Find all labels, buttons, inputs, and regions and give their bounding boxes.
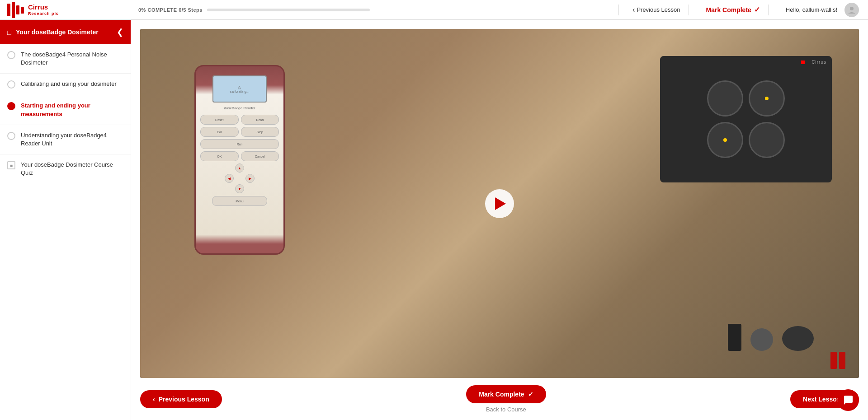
- separator3: [768, 5, 769, 15]
- dosimeter-tray: Cirrus: [660, 56, 832, 182]
- sidebar-header[interactable]: □ Your doseBadge Dosimeter ❮: [0, 20, 131, 44]
- dpad-up: ▲: [235, 163, 244, 173]
- accessory-foam: [782, 326, 814, 351]
- device-btn-read: Read: [241, 115, 279, 125]
- svg-rect-1: [12, 2, 15, 18]
- sidebar-header-title: □ Your doseBadge Dosimeter: [7, 28, 99, 36]
- top-bar-actions: ‹ Previous Lesson Mark Complete ✓ Hello,…: [623, 3, 868, 17]
- avatar-icon: [847, 5, 856, 14]
- pause-bar-2: [839, 352, 845, 369]
- device-buttons: Reset Read Cal Stop Run OK Cancel: [200, 115, 279, 161]
- play-button[interactable]: [485, 189, 514, 218]
- dpad-left: ◀: [225, 174, 234, 183]
- device-btn-reset: Reset: [200, 115, 239, 125]
- user-avatar: [844, 3, 859, 17]
- video-background: △ calibrating... doseBadge Reader Reset …: [140, 29, 859, 378]
- device-btn-menu: Menu: [212, 196, 267, 206]
- svg-rect-2: [16, 5, 19, 14]
- device-btn-ok: OK: [200, 151, 239, 161]
- chat-icon: [843, 395, 854, 406]
- sidebar-item-circle-4: [7, 132, 15, 140]
- user-greeting: Hello, callum-wallis!: [786, 6, 837, 13]
- sidebar-item-1[interactable]: The doseBadge4 Personal Noise Dosimeter: [0, 44, 131, 74]
- sidebar-collapse-button[interactable]: ❮: [117, 27, 123, 37]
- sidebar-item-circle-3: [7, 102, 15, 110]
- brand-name: Cirrus: [28, 4, 59, 11]
- sidebar: □ Your doseBadge Dosimeter ❮ The doseBad…: [0, 20, 131, 420]
- red-led: [801, 61, 805, 64]
- device-btn-run: Run: [200, 139, 279, 149]
- separator: [618, 5, 619, 15]
- sidebar-item-quiz-icon: ■: [7, 161, 15, 169]
- sidebar-item-circle-1: [7, 51, 15, 59]
- chevron-left-icon-btn: ‹: [153, 396, 155, 403]
- dpad-down: ▼: [235, 184, 244, 193]
- cirrus-brand-label: Cirrus: [811, 60, 826, 65]
- device-label: doseBadge Reader: [224, 106, 255, 110]
- sidebar-item-label-1: The doseBadge4 Personal Noise Dosimeter: [21, 51, 123, 67]
- accessory-disc: [750, 328, 773, 351]
- separator2: [689, 5, 689, 15]
- device-screen: △ calibrating...: [212, 75, 267, 103]
- progress-track: [207, 9, 370, 11]
- brand-name-block: Cirrus Research plc: [28, 4, 59, 16]
- back-to-course-link[interactable]: Back to Course: [486, 406, 526, 413]
- mark-complete-section: Mark Complete ✓ Back to Course: [466, 385, 546, 413]
- top-bar: Cirrus Research plc 0% COMPLETE 0/5 Step…: [0, 0, 868, 20]
- sidebar-item-3[interactable]: Starting and ending your measurements: [0, 95, 131, 125]
- dpad-right: ▶: [245, 174, 255, 183]
- check-icon-btn: ✓: [528, 391, 533, 398]
- dosimeter-grid: [707, 80, 785, 158]
- progress-label: 0% COMPLETE 0/5 Steps: [138, 7, 203, 13]
- svg-rect-3: [21, 7, 24, 14]
- check-icon: ✓: [754, 5, 760, 14]
- brand-logo: Cirrus Research plc: [7, 2, 59, 18]
- sidebar-item-4[interactable]: Understanding your doseBadge4 Reader Uni…: [0, 125, 131, 154]
- brand-subtitle: Research plc: [28, 11, 59, 16]
- video-wrapper: △ calibrating... doseBadge Reader Reset …: [140, 29, 859, 378]
- device-btn-cal: Cal: [200, 127, 239, 137]
- chevron-left-icon: ‹: [632, 6, 635, 14]
- dosimeter-3: [707, 122, 743, 158]
- accessory-clip: [728, 324, 741, 351]
- dosimeter-4: [749, 122, 785, 158]
- mark-complete-bottom-button[interactable]: Mark Complete ✓: [466, 385, 546, 403]
- video-accessories: [728, 324, 814, 351]
- prev-lesson-bottom-button[interactable]: ‹ Previous Lesson: [140, 390, 222, 408]
- dosimeter-1: [707, 80, 743, 117]
- dpad-center: [235, 174, 244, 183]
- sidebar-item-5[interactable]: ■ Your doseBadge Dosimeter Course Quiz: [0, 154, 131, 184]
- device-btn-cancel: Cancel: [241, 151, 279, 161]
- main-layout: □ Your doseBadge Dosimeter ❮ The doseBad…: [0, 20, 868, 420]
- sidebar-item-label-5: Your doseBadge Dosimeter Course Quiz: [21, 161, 123, 177]
- sidebar-item-circle-2: [7, 80, 15, 89]
- sidebar-item-label-3: Starting and ending your measurements: [21, 102, 123, 118]
- svg-rect-0: [7, 4, 10, 16]
- tablet-icon: □: [7, 28, 11, 36]
- progress-section: 0% COMPLETE 0/5 Steps: [131, 7, 614, 13]
- mark-complete-top-button[interactable]: Mark Complete ✓: [706, 5, 760, 14]
- bottom-controls: ‹ Previous Lesson Mark Complete ✓ Back t…: [131, 378, 868, 420]
- prev-lesson-top-button[interactable]: ‹ Previous Lesson: [632, 6, 680, 14]
- device-btn-stop: Stop: [241, 127, 279, 137]
- sidebar-item-label-4: Understanding your doseBadge4 Reader Uni…: [21, 131, 123, 148]
- logo-icon: [7, 2, 25, 18]
- sidebar-item-label-2: Calibrating and using your dosimeter: [21, 80, 117, 88]
- device-reader: △ calibrating... doseBadge Reader Reset …: [194, 65, 285, 255]
- play-triangle-icon: [495, 197, 506, 210]
- device-dpad: ▲ ◀ ▶ ▼: [225, 163, 255, 193]
- sidebar-item-2[interactable]: Calibrating and using your dosimeter: [0, 74, 131, 95]
- svg-point-4: [850, 7, 854, 10]
- dosimeter-2: [749, 80, 785, 117]
- chat-button[interactable]: [837, 389, 859, 411]
- content-area: △ calibrating... doseBadge Reader Reset …: [131, 20, 868, 420]
- pause-bar-1: [830, 352, 837, 369]
- pause-icon: [830, 352, 845, 369]
- top-bar-logo-area: Cirrus Research plc: [0, 0, 131, 19]
